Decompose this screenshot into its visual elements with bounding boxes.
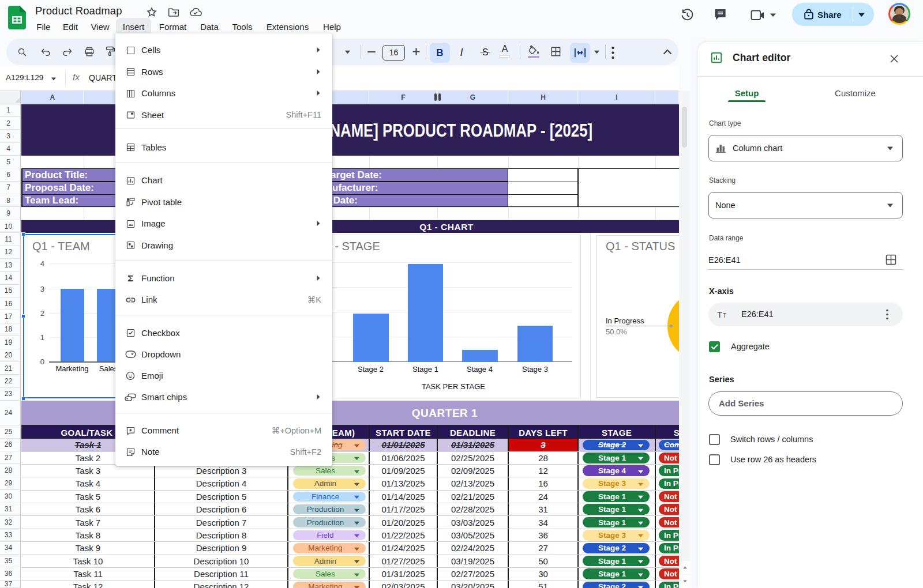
svg-text:T: T [723, 312, 726, 319]
svg-text:T: T [717, 310, 722, 319]
